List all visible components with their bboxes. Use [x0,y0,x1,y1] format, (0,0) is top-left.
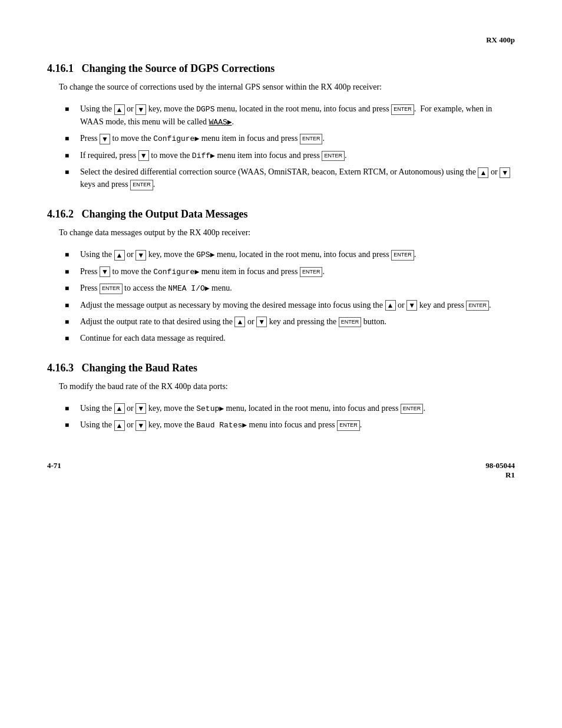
bullet-text: Using the ▲ or ▼ key, move the GPS▶ menu… [80,248,515,261]
bullet-icon: ■ [65,167,75,177]
list-item: ■ Using the ▲ or ▼ key, move the DGPS me… [65,103,515,128]
up-arrow-key: ▲ [385,300,396,311]
down-arrow-key: ▼ [406,300,417,311]
section-4162-list: ■ Using the ▲ or ▼ key, move the GPS▶ me… [65,248,515,344]
list-item: ■ Press ▼ to move the Configure▶ menu it… [65,265,515,278]
up-arrow-key: ▲ [478,167,488,178]
bullet-text: Using the ▲ or ▼ key, move the Setup▶ me… [80,402,515,415]
enter-key: ENTER [466,301,489,311]
bullet-text: Press ▼ to move the Configure▶ menu item… [80,132,515,145]
up-arrow-key: ▲ [234,317,245,327]
list-item: ■ Using the ▲ or ▼ key, move the Setup▶ … [65,402,515,415]
list-item: ■ Press ENTER to access the NMEA I/O▶ me… [65,282,515,295]
enter-key: ENTER [391,250,414,261]
section-4162: 4.16.2 Changing the Output Data Messages… [47,208,515,344]
section-4161-list: ■ Using the ▲ or ▼ key, move the DGPS me… [65,103,515,190]
up-arrow-key: ▲ [114,250,125,261]
down-arrow-key: ▼ [135,403,146,414]
bullet-text: Using the ▲ or ▼ key, move the DGPS menu… [80,103,515,128]
bullet-text: Adjust the output rate to that desired u… [80,315,515,328]
section-4162-title: 4.16.2 Changing the Output Data Messages [47,208,515,220]
bullet-icon: ■ [65,150,75,161]
list-item: ■ Press ▼ to move the Configure▶ menu it… [65,132,515,145]
bullet-text: Adjust the message output as necessary b… [80,299,515,311]
list-item: ■ Using the ▲ or ▼ key, move the Baud Ra… [65,419,515,431]
up-arrow-key: ▲ [114,403,125,414]
section-4161: 4.16.1 Changing the Source of DGPS Corre… [47,62,515,190]
enter-key: ENTER [300,267,323,278]
bullet-icon: ■ [65,317,75,327]
list-item: ■ Adjust the message output as necessary… [65,299,515,311]
enter-key: ENTER [100,284,123,294]
up-arrow-key: ▲ [114,420,125,431]
bullet-text: Press ▼ to move the Configure▶ menu item… [80,265,515,278]
footer-doc-number: 98-05044 [485,461,515,470]
section-4163-intro: To modify the baud rate of the RX 400p d… [59,380,515,393]
section-4161-title: 4.16.1 Changing the Source of DGPS Corre… [47,62,515,75]
bullet-icon: ■ [65,283,75,294]
list-item: ■ Using the ▲ or ▼ key, move the GPS▶ me… [65,248,515,261]
page-footer: 4-71 98-05044 R1 [47,461,515,480]
down-arrow-key: ▼ [100,266,110,277]
down-arrow-key: ▼ [256,317,267,327]
bullet-icon: ■ [65,420,75,430]
enter-key: ENTER [130,180,153,190]
enter-key: ENTER [300,134,323,144]
enter-key: ENTER [322,151,345,162]
up-arrow-key: ▲ [114,104,125,115]
section-4163: 4.16.3 Changing the Baud Rates To modify… [47,362,515,431]
down-arrow-key: ▼ [135,420,146,431]
section-4163-list: ■ Using the ▲ or ▼ key, move the Setup▶ … [65,402,515,431]
enter-key: ENTER [337,420,360,431]
down-arrow-key: ▼ [135,250,146,261]
header-title: RX 400p [486,35,515,44]
list-item: ■ Select the desired differential correc… [65,166,515,190]
bullet-text: Continue for each data message as requir… [80,332,515,344]
enter-key: ENTER [391,104,414,115]
bullet-icon: ■ [65,249,75,260]
bullet-icon: ■ [65,104,75,114]
list-item: ■ Adjust the output rate to that desired… [65,315,515,328]
down-arrow-key: ▼ [135,104,146,115]
list-item: ■ Continue for each data message as requ… [65,332,515,344]
enter-key: ENTER [401,404,424,414]
bullet-icon: ■ [65,133,75,144]
bullet-text: If required, press ▼ to move the Diff▶ m… [80,149,515,162]
list-item: ■ If required, press ▼ to move the Diff▶… [65,149,515,162]
section-4161-intro: To change the source of corrections used… [59,81,515,93]
bullet-icon: ■ [65,266,75,277]
down-arrow-key: ▼ [100,134,110,144]
footer-doc: 98-05044 R1 [485,461,515,480]
bullet-icon: ■ [65,333,75,344]
bullet-icon: ■ [65,300,75,311]
bullet-icon: ■ [65,403,75,414]
bullet-text: Press ENTER to access the NMEA I/O▶ menu… [80,282,515,295]
page-header: RX 400p [47,35,515,45]
down-arrow-key: ▼ [138,150,149,161]
down-arrow-key: ▼ [500,167,510,178]
footer-page: 4-71 [47,461,61,480]
bullet-text: Using the ▲ or ▼ key, move the Baud Rate… [80,419,515,431]
enter-key: ENTER [339,317,362,328]
bullet-text: Select the desired differential correcti… [80,166,515,190]
section-4163-title: 4.16.3 Changing the Baud Rates [47,362,515,374]
footer-revision: R1 [485,470,515,480]
section-4162-intro: To change data messages output by the RX… [59,226,515,239]
